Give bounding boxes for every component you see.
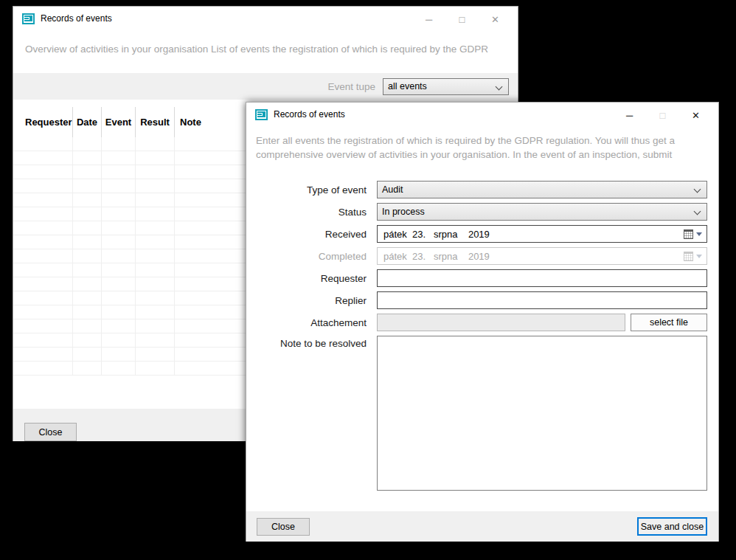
- table-cell: [73, 362, 102, 375]
- type-of-event-dropdown[interactable]: Audit: [377, 181, 707, 198]
- table-cell: [102, 305, 136, 319]
- replier-input[interactable]: [377, 291, 707, 309]
- table-cell: [102, 151, 136, 165]
- column-header-result[interactable]: Result: [136, 107, 175, 137]
- table-cell: [102, 137, 136, 151]
- table-cell: [13, 221, 73, 235]
- maximize-icon[interactable]: □: [445, 8, 479, 30]
- table-cell: [136, 305, 175, 319]
- window-title: Records of events: [41, 13, 112, 24]
- completed-date-picker: pátek 23. srpna 2019: [377, 247, 707, 265]
- table-cell: [102, 193, 136, 207]
- title-bar[interactable]: Records of events ─ □ ✕: [13, 7, 518, 32]
- filter-strip: Event tupe all events: [13, 73, 518, 100]
- table-cell: [136, 291, 175, 305]
- table-cell: [136, 277, 175, 291]
- table-cell: [136, 221, 175, 235]
- table-cell: [136, 263, 175, 277]
- column-header-date[interactable]: Date: [73, 107, 102, 137]
- table-cell: [102, 221, 136, 235]
- column-header-event[interactable]: Event: [102, 107, 136, 137]
- chevron-down-icon: [496, 84, 502, 90]
- minimize-icon[interactable]: ─: [412, 8, 445, 30]
- table-cell: [102, 319, 136, 333]
- table-cell: [73, 319, 102, 333]
- table-cell: [102, 362, 136, 375]
- table-cell: [13, 137, 73, 151]
- table-cell: [73, 179, 102, 193]
- table-cell: [13, 333, 73, 347]
- calendar-icon[interactable]: [684, 228, 704, 240]
- table-cell: [13, 362, 73, 375]
- status-value: In process: [382, 207, 425, 217]
- table-cell: [13, 277, 73, 291]
- table-cell: [136, 165, 175, 179]
- completed-date-value: pátek 23. srpna 2019: [383, 251, 490, 262]
- select-file-button[interactable]: select file: [631, 314, 707, 331]
- table-cell: [73, 193, 102, 207]
- table-cell: [73, 249, 102, 263]
- window-description: Enter all events the registration of whi…: [256, 134, 708, 162]
- table-cell: [73, 151, 102, 165]
- table-cell: [102, 263, 136, 277]
- type-of-event-label: Type of event: [246, 184, 377, 196]
- event-type-dropdown[interactable]: all events: [383, 78, 509, 95]
- table-cell: [136, 193, 175, 207]
- table-cell: [13, 305, 73, 319]
- table-cell: [102, 333, 136, 347]
- table-cell: [102, 249, 136, 263]
- table-cell: [73, 207, 102, 221]
- received-date-picker[interactable]: pátek 23. srpna 2019: [377, 225, 707, 243]
- table-cell: [136, 137, 175, 151]
- completed-label: Completed: [246, 251, 377, 262]
- attachement-label: Attachement: [246, 317, 377, 328]
- table-cell: [73, 137, 102, 151]
- requester-input[interactable]: [377, 269, 707, 287]
- note-label: Note to be resolved: [246, 336, 377, 349]
- table-cell: [136, 235, 175, 249]
- window-title: Records of events: [274, 109, 345, 120]
- title-bar[interactable]: Records of events ─ □ ✕: [246, 103, 718, 128]
- event-type-label: Event tupe: [327, 81, 375, 92]
- table-cell: [13, 151, 73, 165]
- status-dropdown[interactable]: In process: [377, 203, 707, 221]
- description-line-2: comprehensive overview of activities in …: [256, 148, 708, 162]
- record-form: Type of event Audit Status In process Re…: [246, 181, 707, 495]
- records-app-icon: [22, 13, 35, 24]
- table-cell: [136, 333, 175, 347]
- chevron-down-icon: [695, 209, 701, 215]
- table-cell: [136, 207, 175, 221]
- chevron-down-icon: [695, 187, 701, 193]
- status-label: Status: [246, 207, 377, 218]
- close-icon[interactable]: ✕: [679, 104, 712, 126]
- replier-label: Replier: [246, 295, 377, 306]
- table-cell: [13, 193, 73, 207]
- table-cell: [13, 319, 73, 333]
- table-cell: [102, 291, 136, 305]
- table-cell: [13, 249, 73, 263]
- table-cell: [13, 263, 73, 277]
- close-button[interactable]: Close: [257, 518, 310, 536]
- table-cell: [73, 165, 102, 179]
- table-cell: [13, 165, 73, 179]
- table-cell: [73, 333, 102, 347]
- note-textarea[interactable]: [377, 336, 707, 491]
- calendar-icon: [684, 250, 704, 262]
- table-cell: [73, 221, 102, 235]
- minimize-icon[interactable]: ─: [613, 104, 646, 126]
- records-app-icon: [255, 109, 268, 120]
- table-cell: [136, 319, 175, 333]
- table-cell: [73, 235, 102, 249]
- close-button[interactable]: Close: [24, 423, 77, 441]
- table-cell: [136, 179, 175, 193]
- table-cell: [136, 348, 175, 361]
- close-icon[interactable]: ✕: [479, 8, 512, 30]
- save-and-close-button[interactable]: Save and close: [637, 517, 707, 536]
- received-label: Received: [246, 229, 377, 240]
- table-cell: [102, 277, 136, 291]
- description-line-1: Enter all events the registration of whi…: [256, 134, 708, 148]
- column-header-requester[interactable]: Requester: [13, 107, 73, 137]
- record-edit-window: Records of events ─ □ ✕ Enter all events…: [246, 102, 719, 542]
- table-cell: [102, 348, 136, 361]
- table-cell: [136, 362, 175, 375]
